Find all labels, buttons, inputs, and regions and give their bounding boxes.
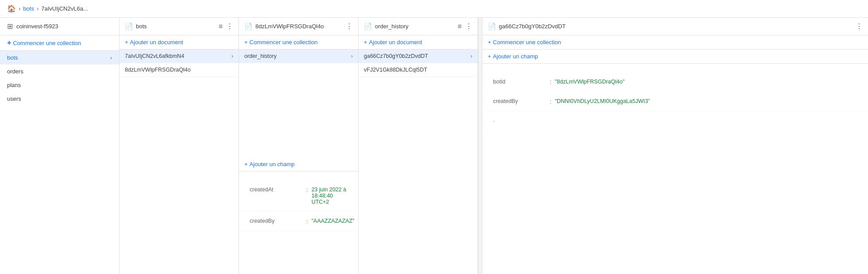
col2-field-0-sep: : [306, 186, 308, 193]
col2-field-0-val: 23 juin 2022 à 18:48:40 UTC+2 [312, 186, 347, 205]
col1-item-0[interactable]: 7aIvUIjCN2vL6afkbmN4 › [120, 49, 239, 63]
col4-field-1-sep: : [550, 98, 552, 105]
col3-icon: 📄 [364, 23, 372, 30]
more-icon-col2[interactable]: ⋮ [346, 22, 353, 30]
col2-item-0-label: order_history [244, 53, 351, 59]
database-icon: ⊞ [7, 22, 13, 30]
col4-field-0-sep: : [550, 79, 552, 85]
main-layout: ⊞ coininvest-f5923 + Commencer une colle… [0, 18, 868, 274]
chevron-right-icon-col3-0: › [471, 53, 472, 59]
col3-item-1[interactable]: vFJ2V1Gk88DkJLCql5DT [359, 63, 478, 77]
col4-field-0: botId : "8dzLmVWlpFRSGDraQl4o" [482, 72, 868, 92]
col4-field-1-val: "DNNI0VhDLyU2LMI0UKggaLa5JWI3" [555, 98, 650, 104]
col4-field-2-dash: - [493, 118, 495, 124]
breadcrumb-bots[interactable]: bots [23, 5, 34, 12]
sidebar-header: ⊞ coininvest-f5923 [0, 18, 119, 35]
add-field-btn-col2[interactable]: + Ajouter un champ [239, 157, 358, 171]
home-icon[interactable]: 🏠 [7, 4, 16, 13]
col3-title: order_history [375, 23, 455, 30]
col2-actions: ⋮ [346, 22, 353, 30]
breadcrumb-sep-2: › [37, 5, 39, 12]
plus-icon-field-col4: + [488, 53, 491, 60]
sidebar-item-users-label: users [7, 95, 21, 102]
col4-field-1-key: createdBy [493, 98, 546, 104]
scroll-divider [478, 18, 482, 274]
col4-field-2: - [482, 111, 868, 131]
add-collection-btn-col2[interactable]: + Commencer une collection [239, 35, 358, 49]
breadcrumb-doc: 7aIvUIjCN2vL6a... [41, 5, 88, 12]
add-collection-label: Commencer une collection [13, 40, 81, 46]
col4-header: 📄 ga66Cz7b0gY0b2zDvdDT ⋮ [482, 18, 868, 35]
col1-item-1[interactable]: 8dzLmVWlpFRSGDraQl4o [120, 63, 239, 77]
add-doc-label-col3: Ajouter un document [369, 39, 422, 46]
add-col-label-col2: Commencer une collection [250, 39, 318, 46]
plus-icon: + [7, 39, 11, 47]
sidebar-item-plans[interactable]: plans [0, 78, 119, 92]
col1-item-1-label: 8dzLmVWlpFRSGDraQl4o [125, 67, 233, 73]
col2-item-0[interactable]: order_history › [239, 49, 358, 63]
db-name: coininvest-f5923 [16, 23, 58, 30]
column-bots: 📄 bots ≡ ⋮ + Ajouter un document 7aIvUIj… [120, 18, 239, 274]
column-detail: 📄 ga66Cz7b0gY0b2zDvdDT ⋮ + Commencer une… [482, 18, 868, 274]
col2-fields: createdAt : 23 juin 2022 à 18:48:40 UTC+… [239, 171, 358, 274]
col2-field-1-key: createdBy [250, 218, 303, 224]
chevron-right-icon-0: › [231, 53, 233, 59]
chevron-right-icon-col2-0: › [351, 53, 353, 59]
col4-icon: 📄 [488, 23, 496, 30]
sidebar-item-bots-label: bots [7, 54, 18, 61]
more-icon-col4[interactable]: ⋮ [856, 22, 863, 30]
sidebar-item-bots[interactable]: bots › [0, 51, 119, 65]
col4-field-0-val: "8dzLmVWlpFRSGDraQl4o" [555, 79, 625, 85]
col1-item-0-label: 7aIvUIjCN2vL6afkbmN4 [125, 53, 231, 59]
add-col-label-col4: Commencer une collection [493, 39, 561, 46]
col2-field-0-key: createdAt [250, 186, 303, 193]
col2-field-1: createdBy : "AAAZZAZAZAZ" [239, 212, 358, 231]
sidebar-item-users[interactable]: users [0, 92, 119, 106]
add-field-btn-col4[interactable]: + Ajouter un champ [482, 49, 868, 64]
add-document-btn-col3[interactable]: + Ajouter un document [359, 35, 478, 49]
add-field-label-col4: Ajouter un champ [493, 53, 538, 60]
plus-icon-field-col2: + [244, 161, 248, 167]
sidebar-item-orders[interactable]: orders [0, 65, 119, 78]
plus-icon-col4-collection: + [488, 39, 491, 46]
col4-title: ga66Cz7b0gY0b2zDvdDT [499, 23, 853, 30]
chevron-right-icon: › [110, 55, 112, 61]
breadcrumb-sep-1: › [19, 5, 20, 12]
breadcrumb-bar: 🏠 › bots › 7aIvUIjCN2vL6a... [0, 0, 868, 18]
col4-fields: botId : "8dzLmVWlpFRSGDraQl4o" createdBy… [482, 64, 868, 131]
col4-field-1: createdBy : "DNNI0VhDLyU2LMI0UKggaLa5JWI… [482, 92, 868, 111]
more-icon-col3[interactable]: ⋮ [465, 22, 472, 30]
more-icon[interactable]: ⋮ [226, 22, 233, 30]
filter-icon-col3[interactable]: ≡ [458, 23, 462, 30]
col2-field-1-val: "AAAZZAZAZAZ" [312, 218, 355, 224]
col3-actions: ≡ ⋮ [458, 22, 472, 30]
col4-field-0-key: botId [493, 79, 546, 85]
col1-actions: ≡ ⋮ [219, 22, 233, 30]
col2-field-0: createdAt : 23 juin 2022 à 18:48:40 UTC+… [239, 180, 358, 212]
col2-field-1-sep: : [306, 218, 308, 225]
col3-header: 📄 order_history ≡ ⋮ [359, 18, 478, 35]
filter-icon[interactable]: ≡ [219, 23, 223, 30]
col2-header: 📄 8dzLmVWlpFRSGDraQl4o ⋮ [239, 18, 358, 35]
sidebar-item-plans-label: plans [7, 82, 21, 88]
col2-icon: 📄 [244, 23, 253, 30]
col1-icon: 📄 [125, 23, 133, 30]
add-collection-button[interactable]: + Commencer une collection [0, 35, 119, 51]
col1-header: 📄 bots ≡ ⋮ [120, 18, 239, 35]
column-doc1: 📄 8dzLmVWlpFRSGDraQl4o ⋮ + Commencer une… [239, 18, 359, 274]
column-order-history: 📄 order_history ≡ ⋮ + Ajouter un documen… [359, 18, 478, 274]
columns-area: 📄 bots ≡ ⋮ + Ajouter un document 7aIvUIj… [120, 18, 868, 274]
plus-icon-col3: + [364, 39, 367, 46]
sidebar: ⊞ coininvest-f5923 + Commencer une colle… [0, 18, 120, 274]
sidebar-item-orders-label: orders [7, 68, 23, 75]
plus-icon-col1: + [125, 39, 128, 46]
col3-item-1-label: vFJ2V1Gk88DkJLCql5DT [364, 67, 472, 73]
add-collection-btn-col4[interactable]: + Commencer une collection [482, 35, 868, 49]
add-doc-label-col1: Ajouter un document [130, 39, 183, 46]
plus-icon-col2: + [244, 39, 248, 46]
col3-item-0-label: ga66Cz7b0gY0b2zDvdDT [364, 53, 471, 59]
add-document-btn-col1[interactable]: + Ajouter un document [120, 35, 239, 49]
col2-title: 8dzLmVWlpFRSGDraQl4o [255, 23, 343, 30]
col1-title: bots [136, 23, 216, 30]
col3-item-0[interactable]: ga66Cz7b0gY0b2zDvdDT › [359, 49, 478, 63]
